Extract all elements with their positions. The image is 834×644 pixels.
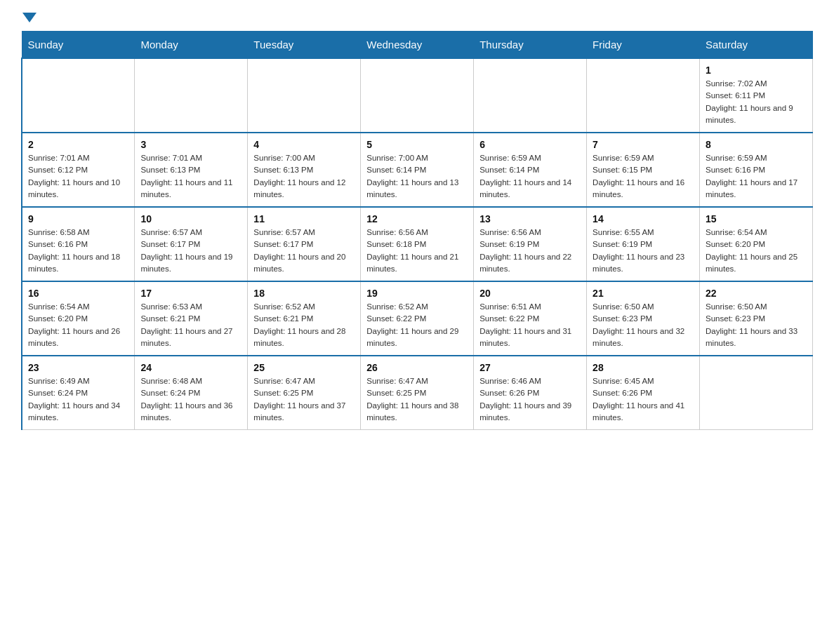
day-info: Sunrise: 6:59 AMSunset: 6:14 PMDaylight:… bbox=[479, 152, 581, 201]
calendar-cell: 3Sunrise: 7:01 AMSunset: 6:13 PMDaylight… bbox=[135, 133, 248, 207]
calendar-cell: 12Sunrise: 6:56 AMSunset: 6:18 PMDayligh… bbox=[361, 207, 474, 281]
day-info: Sunrise: 6:45 AMSunset: 6:26 PMDaylight:… bbox=[593, 375, 694, 424]
day-info: Sunrise: 6:52 AMSunset: 6:22 PMDaylight:… bbox=[366, 301, 468, 349]
day-info: Sunrise: 6:47 AMSunset: 6:25 PMDaylight:… bbox=[366, 375, 468, 424]
day-number: 4 bbox=[253, 139, 355, 150]
calendar-cell bbox=[248, 58, 361, 133]
calendar-cell: 26Sunrise: 6:47 AMSunset: 6:25 PMDayligh… bbox=[361, 356, 474, 430]
day-number: 13 bbox=[479, 213, 581, 224]
calendar-cell: 6Sunrise: 6:59 AMSunset: 6:14 PMDaylight… bbox=[474, 133, 587, 207]
calendar-cell: 20Sunrise: 6:51 AMSunset: 6:22 PMDayligh… bbox=[474, 281, 587, 356]
calendar-cell: 2Sunrise: 7:01 AMSunset: 6:12 PMDaylight… bbox=[22, 133, 135, 207]
calendar-cell bbox=[361, 58, 474, 133]
calendar-table: SundayMondayTuesdayWednesdayThursdayFrid… bbox=[21, 31, 813, 430]
calendar-week-row: 2Sunrise: 7:01 AMSunset: 6:12 PMDaylight… bbox=[22, 133, 813, 207]
day-number: 7 bbox=[593, 139, 694, 150]
calendar-cell bbox=[700, 356, 813, 430]
day-number: 26 bbox=[366, 362, 468, 373]
day-number: 5 bbox=[366, 139, 468, 150]
calendar-cell bbox=[474, 58, 587, 133]
day-number: 11 bbox=[253, 213, 355, 224]
logo-triangle-icon bbox=[22, 13, 37, 22]
calendar-cell: 27Sunrise: 6:46 AMSunset: 6:26 PMDayligh… bbox=[474, 356, 587, 430]
day-number: 28 bbox=[593, 362, 694, 373]
calendar-week-row: 1Sunrise: 7:02 AMSunset: 6:11 PMDaylight… bbox=[22, 58, 813, 133]
day-info: Sunrise: 7:01 AMSunset: 6:13 PMDaylight:… bbox=[140, 152, 241, 201]
calendar-cell: 28Sunrise: 6:45 AMSunset: 6:26 PMDayligh… bbox=[587, 356, 700, 430]
day-number: 10 bbox=[140, 213, 241, 224]
calendar-cell: 15Sunrise: 6:54 AMSunset: 6:20 PMDayligh… bbox=[700, 207, 813, 281]
calendar-cell: 24Sunrise: 6:48 AMSunset: 6:24 PMDayligh… bbox=[135, 356, 248, 430]
calendar-cell: 11Sunrise: 6:57 AMSunset: 6:17 PMDayligh… bbox=[248, 207, 361, 281]
day-number: 19 bbox=[366, 288, 468, 299]
weekday-header-thursday: Thursday bbox=[474, 32, 587, 59]
calendar-cell: 5Sunrise: 7:00 AMSunset: 6:14 PMDaylight… bbox=[361, 133, 474, 207]
day-info: Sunrise: 6:51 AMSunset: 6:22 PMDaylight:… bbox=[479, 301, 581, 349]
day-info: Sunrise: 6:54 AMSunset: 6:20 PMDaylight:… bbox=[706, 227, 807, 275]
calendar-cell: 19Sunrise: 6:52 AMSunset: 6:22 PMDayligh… bbox=[361, 281, 474, 356]
calendar-cell: 9Sunrise: 6:58 AMSunset: 6:16 PMDaylight… bbox=[22, 207, 135, 281]
day-info: Sunrise: 6:47 AMSunset: 6:25 PMDaylight:… bbox=[253, 375, 355, 424]
day-number: 12 bbox=[366, 213, 468, 224]
day-number: 21 bbox=[593, 288, 694, 299]
day-number: 22 bbox=[706, 288, 807, 299]
day-info: Sunrise: 6:46 AMSunset: 6:26 PMDaylight:… bbox=[479, 375, 581, 424]
calendar-cell: 7Sunrise: 6:59 AMSunset: 6:15 PMDaylight… bbox=[587, 133, 700, 207]
day-info: Sunrise: 6:56 AMSunset: 6:19 PMDaylight:… bbox=[479, 227, 581, 275]
day-number: 1 bbox=[706, 65, 807, 76]
calendar-cell: 23Sunrise: 6:49 AMSunset: 6:24 PMDayligh… bbox=[22, 356, 135, 430]
page-header bbox=[21, 14, 813, 24]
day-info: Sunrise: 7:00 AMSunset: 6:13 PMDaylight:… bbox=[253, 152, 355, 201]
day-number: 3 bbox=[140, 139, 241, 150]
day-info: Sunrise: 6:58 AMSunset: 6:16 PMDaylight:… bbox=[28, 227, 128, 275]
calendar-cell: 22Sunrise: 6:50 AMSunset: 6:23 PMDayligh… bbox=[700, 281, 813, 356]
calendar-week-row: 23Sunrise: 6:49 AMSunset: 6:24 PMDayligh… bbox=[22, 356, 813, 430]
weekday-header-sunday: Sunday bbox=[22, 32, 135, 59]
calendar-cell bbox=[22, 58, 135, 133]
day-number: 9 bbox=[28, 213, 128, 224]
day-info: Sunrise: 6:50 AMSunset: 6:23 PMDaylight:… bbox=[706, 301, 807, 349]
day-number: 20 bbox=[479, 288, 581, 299]
weekday-header-row: SundayMondayTuesdayWednesdayThursdayFrid… bbox=[22, 32, 813, 59]
day-info: Sunrise: 7:00 AMSunset: 6:14 PMDaylight:… bbox=[366, 152, 468, 201]
calendar-cell: 21Sunrise: 6:50 AMSunset: 6:23 PMDayligh… bbox=[587, 281, 700, 356]
calendar-cell: 4Sunrise: 7:00 AMSunset: 6:13 PMDaylight… bbox=[248, 133, 361, 207]
calendar-cell: 16Sunrise: 6:54 AMSunset: 6:20 PMDayligh… bbox=[22, 281, 135, 356]
calendar-cell: 8Sunrise: 6:59 AMSunset: 6:16 PMDaylight… bbox=[700, 133, 813, 207]
calendar-cell: 25Sunrise: 6:47 AMSunset: 6:25 PMDayligh… bbox=[248, 356, 361, 430]
day-info: Sunrise: 6:55 AMSunset: 6:19 PMDaylight:… bbox=[593, 227, 694, 275]
logo bbox=[21, 14, 37, 24]
day-number: 23 bbox=[28, 362, 128, 373]
calendar-cell: 10Sunrise: 6:57 AMSunset: 6:17 PMDayligh… bbox=[135, 207, 248, 281]
calendar-cell: 14Sunrise: 6:55 AMSunset: 6:19 PMDayligh… bbox=[587, 207, 700, 281]
calendar-cell: 18Sunrise: 6:52 AMSunset: 6:21 PMDayligh… bbox=[248, 281, 361, 356]
calendar-cell: 1Sunrise: 7:02 AMSunset: 6:11 PMDaylight… bbox=[700, 58, 813, 133]
day-number: 16 bbox=[28, 288, 128, 299]
day-number: 17 bbox=[140, 288, 241, 299]
day-info: Sunrise: 6:59 AMSunset: 6:15 PMDaylight:… bbox=[593, 152, 694, 201]
day-number: 27 bbox=[479, 362, 581, 373]
day-number: 6 bbox=[479, 139, 581, 150]
day-info: Sunrise: 6:52 AMSunset: 6:21 PMDaylight:… bbox=[253, 301, 355, 349]
day-number: 2 bbox=[28, 139, 128, 150]
day-info: Sunrise: 6:48 AMSunset: 6:24 PMDaylight:… bbox=[140, 375, 241, 424]
calendar-week-row: 16Sunrise: 6:54 AMSunset: 6:20 PMDayligh… bbox=[22, 281, 813, 356]
day-info: Sunrise: 6:50 AMSunset: 6:23 PMDaylight:… bbox=[593, 301, 694, 349]
calendar-cell: 13Sunrise: 6:56 AMSunset: 6:19 PMDayligh… bbox=[474, 207, 587, 281]
day-number: 15 bbox=[706, 213, 807, 224]
day-number: 18 bbox=[253, 288, 355, 299]
day-number: 8 bbox=[706, 139, 807, 150]
weekday-header-wednesday: Wednesday bbox=[361, 32, 474, 59]
weekday-header-monday: Monday bbox=[135, 32, 248, 59]
day-info: Sunrise: 6:54 AMSunset: 6:20 PMDaylight:… bbox=[28, 301, 128, 349]
weekday-header-friday: Friday bbox=[587, 32, 700, 59]
day-info: Sunrise: 6:59 AMSunset: 6:16 PMDaylight:… bbox=[706, 152, 807, 201]
calendar-week-row: 9Sunrise: 6:58 AMSunset: 6:16 PMDaylight… bbox=[22, 207, 813, 281]
day-info: Sunrise: 6:57 AMSunset: 6:17 PMDaylight:… bbox=[253, 227, 355, 275]
weekday-header-tuesday: Tuesday bbox=[248, 32, 361, 59]
day-info: Sunrise: 7:01 AMSunset: 6:12 PMDaylight:… bbox=[28, 152, 128, 201]
day-number: 14 bbox=[593, 213, 694, 224]
day-info: Sunrise: 6:57 AMSunset: 6:17 PMDaylight:… bbox=[140, 227, 241, 275]
day-info: Sunrise: 6:53 AMSunset: 6:21 PMDaylight:… bbox=[140, 301, 241, 349]
calendar-cell: 17Sunrise: 6:53 AMSunset: 6:21 PMDayligh… bbox=[135, 281, 248, 356]
